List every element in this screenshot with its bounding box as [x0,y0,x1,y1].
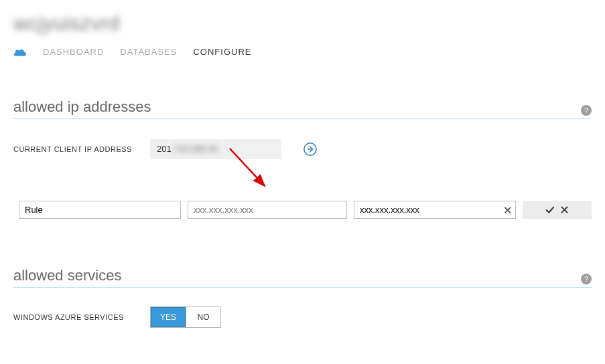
help-icon[interactable]: ? [581,105,592,116]
toggle-no[interactable]: NO [186,307,220,327]
rule-start-ip-input[interactable] [188,201,347,219]
confirm-rule-icon[interactable] [545,205,555,215]
tab-configure[interactable]: CONFIGURE [193,47,251,57]
section-title-ip: allowed ip addresses [13,98,151,116]
help-icon[interactable]: ? [581,274,592,284]
add-current-ip-button[interactable] [303,142,318,157]
current-ip-blurred: .710.288.30 [172,144,218,154]
rule-row: ✕ [13,201,592,219]
azure-services-toggle: YES NO [150,306,221,328]
rule-actions [523,201,592,219]
server-name-title: wcjyuiszvrd [13,12,592,35]
windows-azure-label: WINDOWS AZURE SERVICES [13,313,150,321]
rule-name-input[interactable] [19,201,181,219]
rule-end-ip-input[interactable] [354,201,516,219]
current-ip-value: 201.710.288.30 [150,139,281,159]
current-ip-label: CURRENT CLIENT IP ADDRESS [13,145,150,153]
toggle-yes[interactable]: YES [151,307,186,327]
section-title-services: allowed services [13,267,121,284]
clear-input-icon[interactable]: ✕ [503,203,512,216]
cloud-icon [13,48,27,57]
tab-bar: DASHBOARD DATABASES CONFIGURE [0,35,605,61]
current-ip-prefix: 201 [157,144,172,154]
tab-databases[interactable]: DATABASES [120,47,177,57]
tab-dashboard[interactable]: DASHBOARD [43,47,104,57]
cancel-rule-icon[interactable] [559,205,570,215]
